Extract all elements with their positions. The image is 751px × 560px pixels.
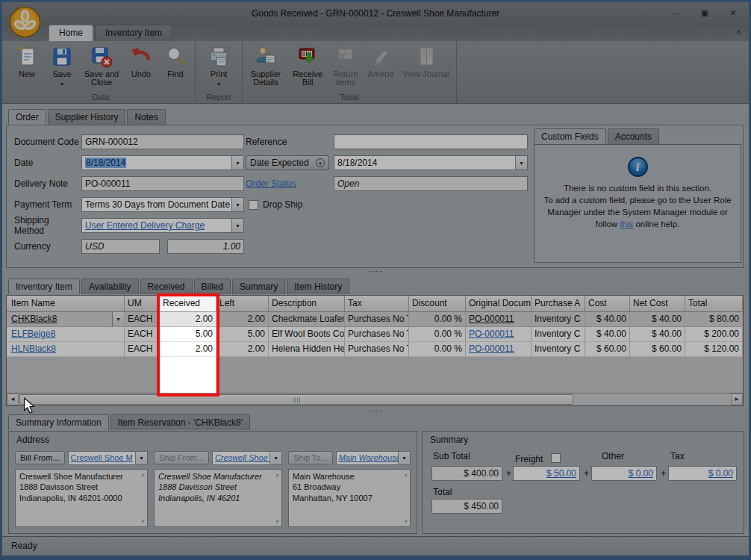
- ship-from-link[interactable]: Creswell Shoe Ma: [213, 453, 269, 462]
- col-item-name[interactable]: Item Name: [8, 296, 125, 311]
- drop-ship-checkbox[interactable]: [249, 200, 258, 210]
- tab-item-history[interactable]: Item History: [287, 279, 349, 294]
- minimize-button[interactable]: [670, 7, 683, 19]
- ship-to-dropdown-button[interactable]: [398, 452, 410, 464]
- currency-rate-field[interactable]: 1.00: [167, 239, 244, 254]
- date-dropdown-button[interactable]: [231, 156, 243, 169]
- scroll-right-icon[interactable]: [731, 393, 743, 405]
- tab-notes[interactable]: Notes: [127, 109, 165, 125]
- col-received[interactable]: Received: [160, 296, 216, 311]
- bill-from-address[interactable]: Creswell Shoe Manufacturer 1888 Davisson…: [15, 469, 148, 527]
- original-document-link[interactable]: PO-000011: [469, 329, 514, 339]
- scroll-left-icon[interactable]: [7, 393, 19, 405]
- freight-field[interactable]: $ 50.00: [513, 466, 580, 481]
- view-journal-button[interactable]: View Journal: [398, 42, 455, 91]
- ship-from-address[interactable]: Creswell Shoe Manufacturer 1888 Davisson…: [154, 469, 282, 527]
- undo-button[interactable]: Undo: [125, 42, 158, 91]
- currency-code-field[interactable]: USD: [81, 239, 160, 254]
- find-button[interactable]: Find: [158, 42, 193, 91]
- ship-from-dropdown-button[interactable]: [269, 452, 281, 464]
- freight-amount-link[interactable]: $ 50.00: [514, 468, 579, 479]
- tab-billed[interactable]: Billed: [194, 279, 231, 294]
- item-dropdown-button[interactable]: [112, 312, 124, 326]
- bill-from-select[interactable]: Creswell Shoe M: [68, 451, 148, 465]
- table-row[interactable]: CHKBlack8 EACH 2.00 2.00 Checkmate Loafe…: [7, 312, 743, 327]
- col-discount[interactable]: Discount: [409, 296, 466, 311]
- horizontal-scrollbar[interactable]: [7, 393, 743, 405]
- tab-received[interactable]: Received: [140, 279, 193, 294]
- tab-custom-fields[interactable]: Custom Fields: [534, 128, 606, 144]
- tab-supplier-history[interactable]: Supplier History: [48, 109, 126, 125]
- bill-from-dropdown-button[interactable]: [135, 452, 147, 464]
- tab-availability[interactable]: Availability: [81, 279, 138, 294]
- item-link[interactable]: CHKBlack8: [8, 312, 60, 326]
- help-link[interactable]: this: [620, 220, 633, 228]
- bill-from-link[interactable]: Creswell Shoe M: [69, 453, 135, 462]
- supplier-details-button[interactable]: Supplier Details: [244, 42, 287, 91]
- app-logo-icon[interactable]: [9, 6, 41, 38]
- amend-button[interactable]: Amend: [364, 42, 398, 91]
- return-items-button[interactable]: Return Items: [328, 42, 364, 91]
- col-original-document[interactable]: Original Document: [466, 296, 532, 311]
- date-field[interactable]: 8/18/2014: [81, 155, 244, 170]
- tab-accounts[interactable]: Accounts: [608, 128, 659, 144]
- ship-from-select[interactable]: Creswell Shoe Ma: [212, 451, 282, 465]
- save-and-close-button[interactable]: Save and Close: [78, 42, 125, 91]
- print-button[interactable]: Print: [197, 42, 240, 91]
- table-row[interactable]: ELFBeige8 EACH 5.00 5.00 Elf Wool Boots …: [7, 327, 743, 342]
- scrollbar-thumb[interactable]: [19, 394, 573, 405]
- order-status-field[interactable]: Open: [334, 176, 528, 191]
- tab-inventory-item[interactable]: Inventory Item: [8, 279, 80, 294]
- tab-order[interactable]: Order: [8, 109, 46, 125]
- ship-from-button[interactable]: Ship From...: [154, 451, 209, 464]
- delivery-note-field[interactable]: PO-000011: [81, 176, 244, 191]
- shipping-method-dropdown-button[interactable]: [231, 219, 243, 232]
- col-tax[interactable]: Tax: [345, 296, 409, 311]
- date-expected-dropdown-button[interactable]: [515, 156, 527, 169]
- payment-term-dropdown-button[interactable]: [231, 198, 243, 211]
- new-button[interactable]: New: [8, 42, 46, 91]
- collapse-ribbon-icon[interactable]: [736, 28, 741, 36]
- shipping-method-select[interactable]: User Entered Delivery Charge: [81, 218, 244, 233]
- item-link[interactable]: ELFBeige8: [8, 327, 58, 341]
- reference-input[interactable]: [334, 134, 528, 149]
- print-dropdown-caret[interactable]: [217, 79, 220, 88]
- restore-button[interactable]: [698, 7, 711, 19]
- ribbon-tab-home[interactable]: Home: [49, 25, 93, 41]
- tab-item-reservation[interactable]: Item Reservation - 'CHKBlack8': [110, 414, 250, 430]
- col-left[interactable]: Left: [216, 296, 269, 311]
- ship-to-select[interactable]: Main Warehouse: [336, 451, 411, 465]
- ship-to-address[interactable]: Main Warehouse 61 Broadway Manhattan, NY…: [288, 469, 411, 527]
- tab-summary-information[interactable]: Summary Information: [8, 414, 109, 430]
- date-expected-field[interactable]: 8/18/2014: [334, 155, 528, 170]
- item-link[interactable]: HLNBlack8: [8, 342, 59, 356]
- ship-to-button[interactable]: Ship To...: [288, 451, 333, 464]
- ribbon-tab-inventory-item[interactable]: Inventory Item: [95, 25, 172, 41]
- payment-term-select[interactable]: Terms 30 Days from Document Date: [81, 197, 244, 212]
- col-net-cost[interactable]: Net Cost: [630, 296, 685, 311]
- date-expected-selector-button[interactable]: Date Expected: [246, 155, 329, 170]
- freight-checkbox[interactable]: [551, 453, 561, 463]
- other-amount-link[interactable]: $ 0.00: [592, 468, 656, 479]
- col-um[interactable]: UM: [125, 296, 160, 311]
- col-total[interactable]: Total: [685, 296, 743, 311]
- tax-amount-link[interactable]: $ 0.00: [669, 468, 736, 479]
- document-code-field[interactable]: GRN-000012: [81, 134, 244, 149]
- original-document-link[interactable]: PO-000011: [469, 343, 514, 354]
- other-field[interactable]: $ 0.00: [591, 466, 657, 481]
- order-status-link[interactable]: Order Status: [246, 178, 296, 189]
- original-document-link[interactable]: PO-000011: [469, 314, 514, 324]
- ship-to-link[interactable]: Main Warehouse: [337, 453, 398, 462]
- col-description[interactable]: Description: [269, 296, 345, 311]
- save-dropdown-caret[interactable]: [60, 79, 63, 88]
- save-button[interactable]: Save: [46, 42, 78, 91]
- table-row[interactable]: HLNBlack8 EACH 2.00 2.00 Helena Hidden H…: [7, 342, 743, 357]
- col-cost[interactable]: Cost: [585, 296, 630, 311]
- bill-from-button[interactable]: Bill From...: [15, 451, 65, 464]
- receive-bill-button[interactable]: Receive Bill: [287, 42, 328, 91]
- tab-summary[interactable]: Summary: [232, 279, 285, 294]
- tax-field[interactable]: $ 0.00: [668, 466, 737, 481]
- shipping-method-link[interactable]: User Entered Delivery Charge: [82, 220, 231, 231]
- col-purchase-account[interactable]: Purchase A: [532, 296, 585, 311]
- close-button[interactable]: [726, 7, 740, 19]
